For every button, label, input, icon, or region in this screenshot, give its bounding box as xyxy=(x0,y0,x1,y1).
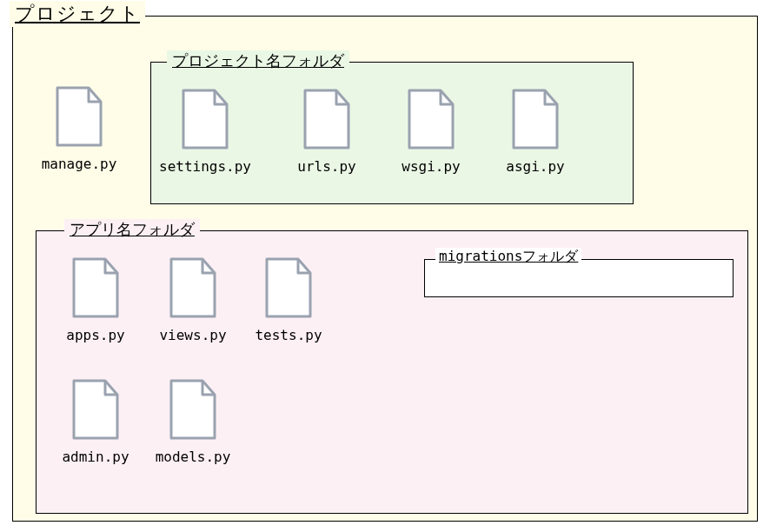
file-urls-py: urls.py xyxy=(283,89,370,175)
file-views-py: views.py xyxy=(149,257,236,343)
file-label: urls.py xyxy=(297,158,355,175)
file-settings-py: settings.py xyxy=(162,89,249,175)
file-icon xyxy=(70,379,121,442)
file-admin-py: admin.py xyxy=(52,379,139,465)
project-container: プロジェクト manage.py プロジェクト名フォルダ settings.py… xyxy=(12,16,758,522)
file-icon xyxy=(168,257,218,320)
file-label: settings.py xyxy=(159,158,251,175)
project-name-folder: プロジェクト名フォルダ settings.py urls.py wsgi.py … xyxy=(150,62,634,204)
file-label: asgi.py xyxy=(506,158,564,175)
file-label: views.py xyxy=(159,327,226,343)
file-wsgi-py: wsgi.py xyxy=(388,89,475,175)
project-title: プロジェクト xyxy=(10,1,145,27)
file-icon xyxy=(510,89,561,151)
file-icon xyxy=(263,257,314,320)
file-icon xyxy=(54,86,104,149)
app-folder: アプリ名フォルダ apps.py views.py tests.py admin… xyxy=(36,230,748,514)
file-label: wsgi.py xyxy=(402,158,460,175)
file-icon xyxy=(180,89,230,151)
file-tests-py: tests.py xyxy=(245,257,332,343)
file-asgi-py: asgi.py xyxy=(492,89,579,175)
project-name-folder-title: プロジェクト名フォルダ xyxy=(167,50,349,71)
file-label: models.py xyxy=(156,449,231,465)
file-label: admin.py xyxy=(62,449,129,465)
file-label: apps.py xyxy=(66,327,124,343)
file-label: manage.py xyxy=(42,156,117,172)
app-folder-title: アプリ名フォルダ xyxy=(64,219,200,240)
file-manage-py: manage.py xyxy=(36,86,123,172)
file-label: tests.py xyxy=(255,327,322,343)
file-icon xyxy=(70,257,121,320)
file-icon xyxy=(406,89,456,151)
file-icon xyxy=(168,379,218,442)
migrations-folder-title: migrationsフォルダ xyxy=(435,248,581,266)
file-models-py: models.py xyxy=(149,379,236,465)
migrations-folder: migrationsフォルダ xyxy=(424,259,733,297)
file-icon xyxy=(302,89,352,151)
file-apps-py: apps.py xyxy=(52,257,139,343)
